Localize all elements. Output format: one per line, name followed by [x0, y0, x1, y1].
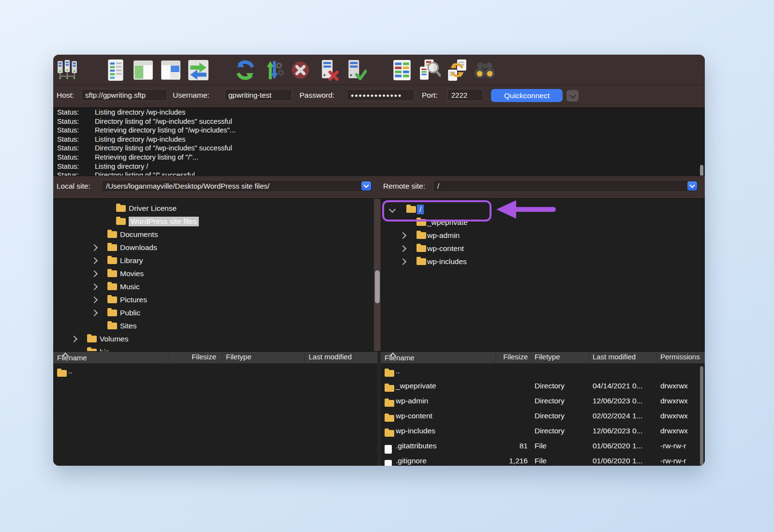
local-tree-item[interactable]: Volumes — [53, 332, 374, 345]
expander-chevron-icon[interactable] — [400, 232, 406, 238]
log-scrollbar-thumb[interactable] — [700, 165, 703, 176]
log-message: Directory listing of "/wp-includes" succ… — [95, 117, 232, 126]
remote-list-scrollbar-thumb[interactable] — [700, 366, 703, 465]
folder-icon — [417, 232, 426, 239]
local-tree-scrollbar-track[interactable] — [374, 199, 381, 351]
local-tree-item[interactable]: WordPress site files — [53, 215, 374, 228]
log-line: Status: Directory listing of "/wp-includ… — [53, 144, 705, 153]
local-site-dropdown-button[interactable] — [361, 181, 371, 191]
username-input[interactable]: gpwriting-test — [224, 89, 292, 101]
log-message: Listing directory / — [95, 162, 148, 171]
message-log: Status: Listing directory /wp-includes S… — [53, 108, 705, 176]
local-tree-item[interactable]: Public — [53, 306, 374, 319]
log-entries: Status: Listing directory /wp-includes S… — [53, 108, 705, 176]
local-tree-item[interactable]: Driver License — [53, 202, 374, 215]
file-row[interactable]: _wpeprivate Directory 04/14/2021 0... dr… — [381, 379, 705, 394]
log-message: Retrieving directory listing of "/"... — [95, 153, 198, 162]
local-tree-item[interactable]: bin — [53, 345, 374, 351]
transfer-settings-icon[interactable] — [262, 59, 284, 81]
column-header-filesize[interactable]: Filesize — [483, 353, 528, 361]
tree-item-label: Music — [120, 282, 139, 291]
file-row[interactable]: .gitattributes 81 File 01/06/2020 1... -… — [381, 439, 705, 454]
file-name: wp-admin — [396, 397, 428, 405]
cancel-icon[interactable] — [289, 59, 312, 81]
quickconnect-dropdown-button[interactable] — [566, 90, 579, 102]
folder-icon — [107, 270, 117, 277]
tree-item-label: WordPress site files — [129, 217, 199, 226]
directory-comparison-icon[interactable] — [418, 59, 441, 81]
local-tree-item[interactable]: Movies — [53, 267, 374, 280]
tree-item-label: bin — [100, 348, 110, 352]
file-row[interactable]: wp-admin Directory 12/06/2023 0... drwxr… — [381, 394, 705, 409]
file-name: wp-includes — [396, 427, 435, 435]
local-tree-item[interactable]: Documents — [53, 228, 374, 241]
pane-divider[interactable] — [377, 352, 381, 466]
file-row[interactable]: wp-content Directory 02/02/2024 1... drw… — [381, 409, 705, 424]
remote-site-dropdown-button[interactable] — [687, 181, 697, 191]
toggle-local-tree-icon[interactable] — [132, 59, 154, 81]
local-tree-scrollbar-thumb[interactable] — [375, 270, 380, 303]
expander-chevron-icon[interactable] — [91, 283, 98, 290]
local-tree-item[interactable]: Downloads — [53, 241, 374, 254]
log-message: Listing directory /wp-includes — [95, 135, 185, 144]
filter-listings-icon[interactable] — [391, 59, 413, 81]
local-tree-item[interactable]: Library — [53, 254, 374, 267]
expander-chevron-icon[interactable] — [91, 244, 98, 251]
log-line: Status: Listing directory /wp-includes — [53, 108, 705, 117]
toggle-log-view-icon[interactable] — [104, 59, 127, 81]
site-manager-icon[interactable] — [56, 59, 78, 81]
toggle-transfer-queue-icon[interactable] — [187, 59, 209, 81]
local-tree-item[interactable]: Music — [53, 280, 374, 293]
file-permissions: -rw-rw-r — [660, 442, 686, 450]
log-status-prefix: Status: — [57, 126, 95, 135]
local-site-label: Local site: — [57, 182, 90, 191]
expander-chevron-icon[interactable] — [71, 335, 77, 342]
quickconnect-button[interactable]: Quickconnect — [491, 89, 563, 102]
host-input[interactable]: sftp://gpwriting.sftp — [81, 89, 167, 101]
local-site-combo[interactable]: /Users/loganmayville/Desktop/WordPress s… — [102, 180, 372, 192]
remote-tree-item[interactable]: wp-admin — [381, 229, 705, 242]
synchronized-browsing-icon[interactable] — [446, 59, 468, 81]
port-input[interactable]: 2222 — [447, 89, 483, 101]
column-header-last-modified[interactable]: Last modified — [309, 353, 352, 361]
remote-tree-item[interactable]: wp-content — [381, 242, 705, 255]
folder-icon — [116, 218, 126, 225]
refresh-icon[interactable] — [234, 59, 256, 81]
remote-site-combo[interactable]: / — [433, 180, 699, 192]
file-row[interactable]: wp-includes Directory 12/06/2023 0... dr… — [381, 424, 705, 439]
password-input[interactable]: ●●●●●●●●●●●●● — [347, 89, 415, 101]
file-permissions: drwxrwx — [660, 382, 688, 390]
remote-tree-item[interactable]: wp-includes — [381, 255, 705, 268]
expander-chevron-icon[interactable] — [91, 257, 98, 264]
file-row[interactable]: .. — [381, 364, 705, 379]
local-tree-item[interactable]: Sites — [53, 319, 374, 332]
file-row[interactable]: .. — [53, 364, 377, 379]
column-header-filetype[interactable]: Filetype — [226, 353, 252, 361]
chevron-down-icon — [363, 182, 369, 188]
find-files-icon[interactable] — [474, 59, 496, 81]
remote-list-rows: .. _wpeprivate Directory 04/14/2021 0...… — [381, 364, 705, 466]
expander-chevron-icon[interactable] — [91, 296, 98, 303]
expander-chevron-icon[interactable] — [400, 245, 406, 251]
file-name: .. — [396, 367, 400, 375]
column-header-filesize[interactable]: Filesize — [168, 353, 216, 361]
remote-tree-item[interactable]: _wpeprivate — [381, 216, 705, 229]
remote-site-label: Remote site: — [383, 182, 425, 191]
tree-item-label: / — [417, 205, 424, 214]
log-message: Retrieving directory listing of "/wp-inc… — [95, 126, 236, 135]
column-header-filetype[interactable]: Filetype — [535, 353, 560, 361]
local-tree-item[interactable]: Pictures — [53, 293, 374, 306]
expander-chevron-icon[interactable] — [400, 258, 406, 265]
column-header-last-modified[interactable]: Last modified — [593, 353, 636, 361]
toggle-remote-tree-icon[interactable] — [160, 59, 182, 81]
log-status-prefix: Status: — [57, 153, 95, 162]
expander-chevron-icon[interactable] — [91, 309, 98, 316]
log-line: Status: Directory listing of "/" success… — [53, 171, 705, 176]
log-line: Status: Listing directory /wp-includes — [53, 135, 705, 144]
column-header-permissions[interactable]: Permissions — [660, 353, 700, 361]
reconnect-icon[interactable] — [344, 59, 367, 81]
expander-chevron-icon[interactable] — [389, 206, 396, 212]
expander-chevron-icon[interactable] — [91, 270, 98, 277]
disconnect-icon[interactable] — [317, 59, 339, 81]
file-row[interactable]: .gitignore 1,216 File 01/06/2020 1... -r… — [381, 454, 705, 466]
